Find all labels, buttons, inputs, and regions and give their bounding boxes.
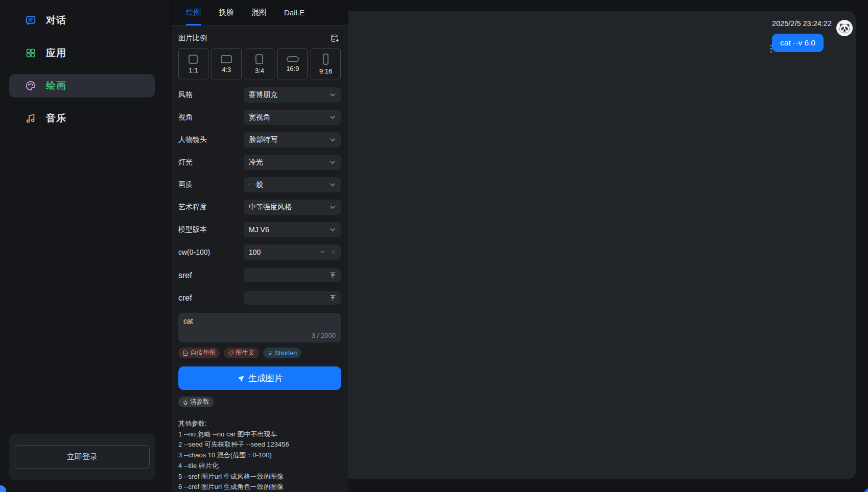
stylize-select[interactable]: 中等强度风格 — [244, 200, 341, 215]
chat-icon — [25, 14, 37, 27]
apps-icon — [25, 47, 37, 59]
help-title: 其他参数: — [178, 419, 341, 429]
login-button[interactable]: 立即登录 — [15, 445, 150, 469]
help-line: 4 --tile 碎片化 — [178, 461, 341, 472]
sidebar-item-music[interactable]: 音乐 — [9, 107, 155, 130]
image-to-text-tag[interactable]: 图生文 — [224, 348, 259, 358]
character-shot-label: 人物镜头 — [178, 135, 207, 144]
style-select[interactable]: 赛博朋克 — [244, 87, 341, 103]
shorten-icon — [267, 350, 273, 356]
import-presets-icon[interactable] — [329, 32, 341, 44]
prompt-tools: 自传垫图 图生文 Shorten — [178, 348, 341, 358]
tag-icon — [228, 350, 234, 356]
help-line: 3 --chaos 10 混合(范围：0-100) — [178, 450, 341, 461]
chevron-down-icon — [330, 159, 336, 165]
sidebar-item-label: 绘画 — [46, 79, 66, 92]
ratio-option-16-9[interactable]: 16:9 — [277, 48, 308, 80]
message-menu-icon[interactable] — [769, 45, 772, 53]
user-message-bubble[interactable]: cat --v 6.0 — [772, 34, 824, 52]
sref-input[interactable] — [244, 268, 341, 282]
cw-label: cw(0-100) — [178, 248, 210, 256]
other-params-help: 其他参数: 1 --no 忽略 --no car 图中不出现车 2 --seed… — [178, 419, 341, 492]
aspect-ratio-group: 1:1 4:3 3:4 16:9 9:16 — [178, 48, 341, 80]
model-version-label: 模型版本 — [178, 225, 207, 234]
tab-faceswap[interactable]: 换脸 — [219, 0, 234, 26]
ratio-option-3-4[interactable]: 3:4 — [245, 48, 275, 80]
quality-select[interactable]: 一般 — [244, 177, 341, 192]
resize-handle — [864, 488, 868, 492]
music-icon — [25, 112, 37, 125]
char-counter: 3 / 2000 — [312, 332, 336, 339]
sref-label: sref — [178, 271, 192, 280]
broom-icon — [182, 399, 189, 405]
login-card: 立即登录 — [9, 434, 155, 480]
cref-label: cref — [178, 293, 192, 303]
chevron-down-icon — [330, 182, 336, 188]
user-avatar[interactable]: 🐼 — [836, 20, 853, 36]
ratio-shape-icon — [287, 56, 299, 62]
floating-widget-corner — [0, 485, 6, 492]
document-icon — [182, 350, 189, 356]
tab-dalle[interactable]: Dall.E — [284, 0, 304, 26]
ratio-shape-icon — [221, 55, 232, 63]
chat-area: 2025/2/5 23:24:22 🐼 cat --v 6.0 — [348, 0, 868, 492]
send-icon — [237, 374, 245, 383]
cw-plus-button[interactable]: + — [331, 248, 336, 256]
draw-settings-panel: 绘图 换脸 混图 Dall.E 图片比例 1:1 4:3 3:4 — [170, 0, 348, 492]
chevron-down-icon — [330, 204, 336, 210]
lighting-label: 灯光 — [178, 158, 193, 167]
sidebar-item-label: 应用 — [46, 46, 66, 60]
chevron-down-icon — [330, 92, 336, 98]
chevron-down-icon — [330, 227, 336, 233]
upload-icon[interactable] — [329, 294, 337, 302]
message-timestamp: 2025/2/5 23:24:22 — [772, 19, 832, 28]
view-angle-select[interactable]: 宽视角 — [244, 110, 341, 125]
view-angle-label: 视角 — [178, 113, 193, 122]
cw-minus-button[interactable]: − — [320, 248, 324, 256]
cw-stepper[interactable]: 100 − + — [244, 244, 341, 260]
sidebar: 对话 应用 绘画 音乐 立即登录 — [0, 0, 170, 492]
ratio-option-1-1[interactable]: 1:1 — [178, 48, 208, 80]
tab-draw[interactable]: 绘图 — [186, 0, 201, 26]
help-line: 6 --cref 图片url 生成角色一致的图像 — [178, 482, 341, 492]
help-line: 2 --seed 可先获取种子 --seed 123456 — [178, 439, 341, 450]
ratio-shape-icon — [323, 54, 329, 65]
style-label: 风格 — [178, 90, 193, 100]
clear-params-tag[interactable]: 清参数 — [178, 397, 214, 407]
palette-icon — [25, 80, 37, 92]
generate-image-button[interactable]: 生成图片 — [178, 366, 341, 390]
help-line: 5 --sref 图片url 生成风格一致的图像 — [178, 472, 341, 482]
lighting-select[interactable]: 冷光 — [244, 155, 341, 170]
sidebar-item-label: 对话 — [46, 14, 66, 27]
upload-icon[interactable] — [329, 272, 337, 279]
panel-tabbar: 绘图 换脸 混图 Dall.E — [171, 0, 348, 26]
chat-history-card: 2025/2/5 23:24:22 🐼 cat --v 6.0 — [348, 11, 856, 479]
upload-base-image-tag[interactable]: 自传垫图 — [178, 348, 220, 358]
sidebar-item-label: 音乐 — [46, 112, 66, 125]
cref-input[interactable] — [244, 291, 341, 305]
sidebar-item-chat[interactable]: 对话 — [9, 9, 155, 32]
help-line: 1 --no 忽略 --no car 图中不出现车 — [178, 429, 341, 440]
ratio-option-4-3[interactable]: 4:3 — [212, 48, 242, 80]
shorten-tag[interactable]: Shorten — [263, 348, 301, 358]
quality-label: 画质 — [178, 180, 193, 189]
prompt-value: cat — [183, 317, 336, 325]
model-version-select[interactable]: MJ V6 — [244, 222, 341, 237]
ratio-shape-icon — [255, 54, 263, 64]
ratio-shape-icon — [189, 55, 198, 64]
prompt-textarea[interactable]: cat 3 / 2000 — [178, 313, 341, 342]
ratio-option-9-16[interactable]: 9:16 — [311, 48, 341, 80]
ratio-label: 图片比例 — [178, 34, 207, 43]
chevron-down-icon — [330, 137, 336, 143]
sidebar-item-draw[interactable]: 绘画 — [9, 74, 155, 97]
character-shot-select[interactable]: 脸部特写 — [244, 132, 341, 147]
stylize-label: 艺术程度 — [178, 203, 207, 212]
tab-blend[interactable]: 混图 — [251, 0, 267, 26]
chevron-down-icon — [330, 114, 336, 120]
sidebar-item-apps[interactable]: 应用 — [9, 41, 155, 65]
